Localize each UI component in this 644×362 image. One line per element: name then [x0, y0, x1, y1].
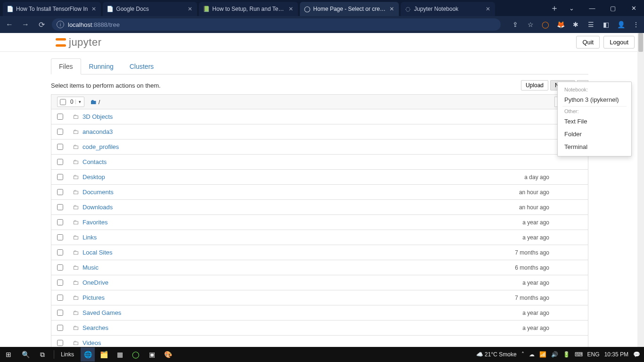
- window-minimize[interactable]: ―: [582, 0, 603, 16]
- file-row-checkbox[interactable]: [57, 189, 63, 195]
- tab-close-icon[interactable]: ✕: [288, 6, 294, 12]
- tab-close-icon[interactable]: ✕: [91, 6, 97, 12]
- tray-onedrive-icon[interactable]: ☁: [529, 351, 535, 358]
- nav-reload[interactable]: ⟳: [36, 19, 47, 30]
- file-name-link[interactable]: code_profiles: [83, 143, 119, 150]
- tray-volume-icon[interactable]: 🔊: [551, 351, 558, 358]
- tray-battery-icon[interactable]: 🔋: [563, 351, 570, 358]
- file-row-checkbox[interactable]: [57, 204, 63, 210]
- file-name-link[interactable]: 3D Objects: [83, 113, 113, 120]
- taskbar-app-generic1[interactable]: ▦: [113, 347, 127, 362]
- file-name-link[interactable]: Searches: [83, 324, 108, 331]
- logout-button[interactable]: Logout: [603, 36, 635, 49]
- select-all-control[interactable]: 0 ▾: [57, 97, 84, 107]
- file-row-checkbox[interactable]: [57, 264, 63, 271]
- new-menu-python3[interactable]: Python 3 (ipykernel): [558, 93, 631, 106]
- extension-circle-icon[interactable]: ◯: [541, 20, 550, 29]
- taskbar-app-explorer[interactable]: 🗂️: [97, 347, 111, 362]
- file-row-checkbox[interactable]: [57, 174, 63, 180]
- browser-menu-icon[interactable]: ⋮: [632, 20, 640, 29]
- new-menu-terminal[interactable]: Terminal: [558, 140, 631, 153]
- file-row-checkbox[interactable]: [57, 219, 63, 225]
- browser-tab[interactable]: ◌Jupyter Notebook✕: [401, 2, 495, 16]
- search-icon[interactable]: 🔍: [17, 347, 34, 362]
- file-row-checkbox[interactable]: [57, 280, 63, 286]
- tray-chevron-up-icon[interactable]: ˄: [521, 351, 524, 358]
- start-button[interactable]: ⊞: [0, 347, 17, 362]
- file-row-checkbox[interactable]: [57, 234, 63, 240]
- file-row-checkbox[interactable]: [57, 325, 63, 331]
- folder-icon[interactable]: 🖿: [90, 98, 97, 106]
- taskbar-app-terminal[interactable]: ▣: [145, 347, 159, 362]
- tray-keyboard-icon[interactable]: ⌨: [575, 351, 583, 358]
- jupyter-tab-running[interactable]: Running: [81, 58, 122, 74]
- file-row-checkbox[interactable]: [57, 114, 63, 120]
- new-menu-folder[interactable]: Folder: [558, 128, 631, 140]
- jupyter-tab-clusters[interactable]: Clusters: [122, 58, 162, 74]
- file-name-link[interactable]: anaconda3: [83, 128, 113, 135]
- side-panel-icon[interactable]: ◧: [602, 20, 610, 29]
- address-bar[interactable]: i localhost:8888/tree: [52, 18, 501, 31]
- taskbar-app-chrome[interactable]: 🌐: [81, 347, 95, 362]
- tray-wifi-icon[interactable]: 📶: [539, 351, 546, 358]
- jupyter-tab-files[interactable]: Files: [51, 58, 81, 74]
- tray-language[interactable]: ENG: [587, 351, 600, 358]
- select-dropdown-caret[interactable]: ▾: [75, 99, 84, 104]
- new-menu-text-file[interactable]: Text File: [558, 115, 631, 128]
- file-name-link[interactable]: Desktop: [83, 173, 105, 181]
- file-row-checkbox[interactable]: [57, 144, 63, 150]
- tab-close-icon[interactable]: ✕: [485, 6, 491, 12]
- jupyter-logo[interactable]: jupyter: [56, 36, 102, 49]
- file-name-link[interactable]: Documents: [83, 189, 114, 196]
- file-name-link[interactable]: Local Sites: [83, 249, 113, 256]
- window-close[interactable]: ✕: [623, 0, 644, 16]
- file-row-checkbox[interactable]: [57, 159, 63, 165]
- file-row-checkbox[interactable]: [57, 295, 63, 301]
- file-name-link[interactable]: Links: [83, 234, 97, 241]
- reading-list-icon[interactable]: ☰: [586, 20, 595, 29]
- file-name-link[interactable]: Contacts: [83, 158, 107, 165]
- bookmark-star-icon[interactable]: ☆: [526, 20, 535, 29]
- upload-button[interactable]: Upload: [521, 80, 548, 90]
- file-row-checkbox[interactable]: [57, 310, 63, 316]
- scrollbar-thumb[interactable]: [638, 33, 643, 52]
- taskbar-app-paint[interactable]: 🎨: [161, 347, 175, 362]
- taskbar-app-generic2[interactable]: ◯: [129, 347, 143, 362]
- extension-fox-icon[interactable]: 🦊: [556, 20, 565, 29]
- file-row-checkbox[interactable]: [57, 249, 63, 255]
- quit-button[interactable]: Quit: [576, 36, 600, 49]
- browser-tab[interactable]: 📗How to Setup, Run and Test J✕: [199, 2, 298, 16]
- browser-tab[interactable]: ◯Home Page - Select or create✕: [300, 2, 399, 16]
- task-view-icon[interactable]: ⧉: [34, 347, 51, 362]
- file-name-link[interactable]: Downloads: [83, 204, 113, 211]
- extensions-puzzle-icon[interactable]: ✱: [571, 20, 580, 29]
- file-row-checkbox[interactable]: [57, 129, 63, 135]
- window-maximize[interactable]: ▢: [603, 0, 623, 16]
- share-icon[interactable]: ⇪: [511, 20, 520, 29]
- browser-tab[interactable]: 📄Google Docs✕: [103, 2, 197, 16]
- weather-widget[interactable]: ☁️ 21°C Smoke: [476, 351, 517, 358]
- tray-notifications-icon[interactable]: 💬: [633, 351, 640, 358]
- chevron-down-icon[interactable]: ⌄: [561, 0, 582, 16]
- site-info-icon[interactable]: i: [57, 21, 64, 28]
- file-row: 🗀Music6 months ago: [51, 260, 588, 275]
- tab-close-icon[interactable]: ✕: [187, 6, 193, 12]
- profile-avatar-icon[interactable]: 👤: [617, 20, 625, 29]
- tab-close-icon[interactable]: ✕: [388, 6, 395, 12]
- nav-back[interactable]: ←: [4, 19, 15, 30]
- browser-tab[interactable]: 📄How To Install TensorFlow In✕: [3, 2, 101, 16]
- file-name-link[interactable]: OneDrive: [83, 279, 108, 286]
- select-all-checkbox[interactable]: [60, 99, 66, 105]
- file-name-link[interactable]: Favorites: [83, 219, 107, 226]
- tray-clock[interactable]: 10:35 PM: [604, 351, 628, 358]
- file-name-link[interactable]: Videos: [83, 339, 101, 346]
- file-name-link[interactable]: Music: [83, 264, 99, 271]
- taskbar-links[interactable]: Links: [57, 351, 78, 358]
- file-row-checkbox[interactable]: [57, 340, 63, 346]
- new-tab-button[interactable]: ＋: [548, 0, 561, 16]
- file-name-link[interactable]: Saved Games: [83, 309, 121, 316]
- file-name-link[interactable]: Pictures: [83, 294, 105, 301]
- breadcrumb-root[interactable]: /: [99, 99, 100, 106]
- url-host: localhost: [68, 21, 92, 28]
- nav-forward[interactable]: →: [20, 19, 31, 30]
